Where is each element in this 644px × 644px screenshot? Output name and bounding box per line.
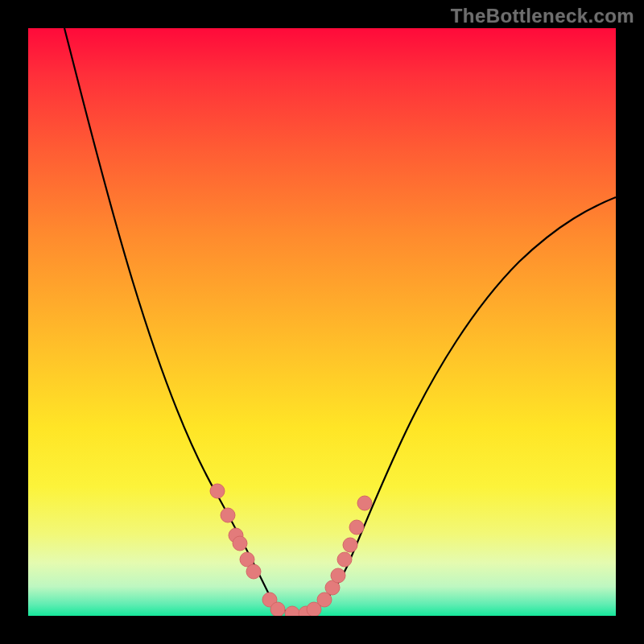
marker-dot xyxy=(233,536,247,551)
marker-dot xyxy=(331,568,345,583)
watermark-text: TheBottleneck.com xyxy=(451,5,634,27)
marker-dot xyxy=(337,552,352,567)
marker-dot xyxy=(210,484,225,498)
marker-dot xyxy=(221,508,235,522)
chart-svg xyxy=(28,28,616,616)
marker-dot xyxy=(357,496,372,510)
marker-dot xyxy=(343,538,357,552)
chart-frame: TheBottleneck.com xyxy=(0,0,644,644)
marker-dot xyxy=(285,606,299,616)
marker-dot xyxy=(349,520,364,535)
marker-dot xyxy=(246,564,261,579)
marker-dot xyxy=(270,602,285,616)
curve-layer xyxy=(64,28,616,613)
marker-layer xyxy=(210,484,372,616)
plot-area xyxy=(28,28,616,616)
bottleneck-curve-path xyxy=(64,28,616,613)
